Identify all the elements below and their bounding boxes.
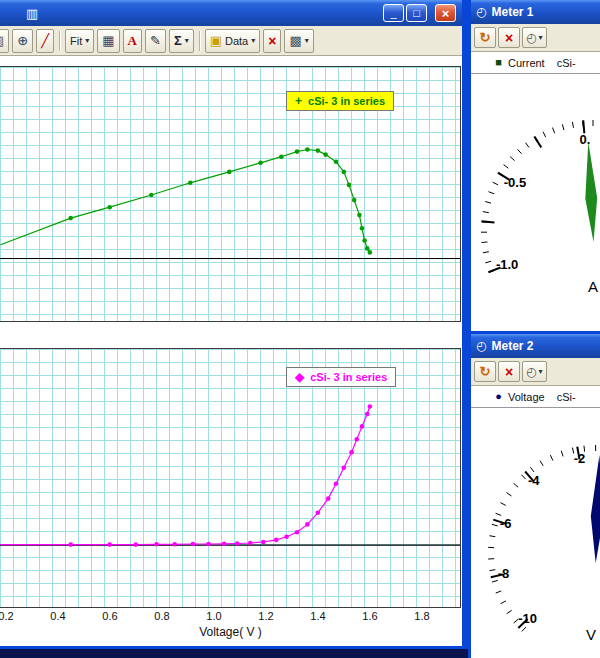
svg-text:-1.0: -1.0 [496, 257, 518, 272]
legend-label: cSi- 3 in series [310, 371, 387, 383]
meter2-gauge: -2-4-6-8-10V [471, 408, 600, 658]
meter2-title: Meter 2 [491, 339, 533, 353]
bottom-chart-canvas[interactable] [0, 349, 460, 607]
chevron-down-icon: ▾ [85, 36, 89, 45]
window-icon: ▥ [26, 7, 38, 20]
display-type-button[interactable]: ◴ ▾ [522, 27, 547, 48]
minimize-button[interactable]: _ [383, 4, 404, 22]
bottom-plot-panel[interactable]: ◆ cSi- 3 in series [0, 348, 461, 608]
meter-icon: ◴ [476, 340, 486, 352]
slope-tool-button[interactable]: ╱ [36, 29, 54, 53]
svg-text:-8: -8 [498, 566, 510, 581]
text-annotation-button[interactable]: A [123, 29, 142, 53]
smart-cursor-icon: ⊕ [17, 34, 28, 47]
rotate-icon: ↻ [480, 31, 491, 44]
fit-label: Fit [70, 35, 82, 47]
svg-text:-0.5: -0.5 [504, 175, 526, 190]
series-name: Current [508, 57, 545, 69]
text-tool-icon: A [128, 34, 137, 47]
x-tick: 0.4 [43, 610, 73, 622]
x-axis-ticks: 0.2 0.4 0.6 0.8 1.0 1.2 1.4 1.6 1.8 [0, 610, 461, 623]
svg-text:-10: -10 [518, 611, 537, 626]
delete-button[interactable]: × [498, 361, 520, 382]
maximize-button[interactable]: □ [406, 4, 427, 22]
statistics-menu-button[interactable]: Σ ▾ [169, 29, 194, 53]
rotate-display-button[interactable]: ↻ [474, 27, 496, 48]
meter1-dial: 0.-0.5-1.0A [471, 74, 600, 331]
x-axis-title: Voltage( V ) [0, 625, 461, 639]
x-tick: 1.6 [355, 610, 385, 622]
calculator-button[interactable]: ▦ [97, 29, 119, 53]
meter-icon: ◴ [476, 6, 486, 18]
x-tick: 1.2 [251, 610, 281, 622]
svg-text:0.: 0. [580, 132, 591, 147]
svg-text:A: A [588, 278, 598, 295]
svg-text:-4: -4 [528, 473, 540, 488]
series-marker-icon: ● [495, 391, 502, 402]
graph-window: ▥ _ □ × ▨ ⊕ ╱ Fit ▾ ▦ A ✎ Σ ▾ [0, 0, 468, 649]
delete-icon: × [505, 365, 513, 379]
data-icon: ▣ [210, 34, 222, 47]
meter2-titlebar[interactable]: ◴ Meter 2 [471, 334, 600, 358]
chevron-down-icon: ▾ [251, 36, 255, 45]
x-tick: 0.2 [0, 610, 21, 622]
gauge-icon: ◴ [526, 366, 536, 378]
zoom-select-icon: ▨ [0, 34, 4, 47]
chevron-down-icon: ▾ [538, 367, 542, 376]
graph-settings-button[interactable]: ▩ ▾ [284, 29, 313, 53]
data-source-label: cSi- [557, 391, 576, 403]
series-name: Voltage [508, 391, 545, 403]
top-plot-panel[interactable]: + cSi- 3 in series [0, 66, 461, 322]
x-tick: 1.4 [303, 610, 333, 622]
fit-menu-button[interactable]: Fit ▾ [65, 29, 94, 53]
meter1-titlebar[interactable]: ◴ Meter 1 [471, 0, 600, 24]
chevron-down-icon: ▾ [538, 33, 542, 42]
x-tick: 0.6 [95, 610, 125, 622]
x-tick: 1.8 [407, 610, 437, 622]
legend-top[interactable]: + cSi- 3 in series [286, 91, 394, 111]
chevron-down-icon: ▾ [305, 36, 309, 45]
display-type-button[interactable]: ◴ ▾ [522, 361, 547, 382]
legend-bottom[interactable]: ◆ cSi- 3 in series [286, 367, 396, 387]
rotate-display-button[interactable]: ↻ [474, 361, 496, 382]
sigma-icon: Σ [174, 34, 182, 47]
close-button[interactable]: × [435, 4, 456, 22]
toolbar-separator [59, 31, 60, 51]
pencil-icon: ✎ [150, 34, 161, 47]
delete-icon: × [268, 34, 276, 48]
rotate-icon: ↻ [480, 365, 491, 378]
diamond-marker-icon: ◆ [295, 370, 304, 384]
delete-button[interactable]: × [263, 29, 281, 53]
meter2-window: ◴ Meter 2 ↻ × ◴ ▾ ● Voltage cSi- -2-4-6-… [468, 334, 600, 658]
svg-text:-2: -2 [574, 451, 586, 466]
meter1-toolbar: ↻ × ◴ ▾ [471, 24, 600, 52]
toolbar-separator [199, 31, 200, 51]
delete-icon: × [505, 31, 513, 45]
delete-button[interactable]: × [498, 27, 520, 48]
meter2-dial: -2-4-6-8-10V [471, 408, 600, 658]
meter1-gauge: 0.-0.5-1.0A [471, 74, 600, 331]
window-bottom-edge [0, 649, 468, 658]
series-marker-icon: ■ [495, 57, 502, 68]
meter1-title: Meter 1 [491, 5, 533, 19]
data-label: Data [225, 35, 248, 47]
meter2-legend[interactable]: ● Voltage cSi- [471, 386, 600, 408]
zoom-select-button[interactable]: ▨ [0, 29, 9, 53]
meter2-toolbar: ↻ × ◴ ▾ [471, 358, 600, 386]
calculator-icon: ▦ [102, 34, 114, 47]
meter1-window: ◴ Meter 1 ↻ × ◴ ▾ ■ Current cSi- 0.-0.5-… [468, 0, 600, 334]
slope-icon: ╱ [41, 34, 49, 47]
graph-window-titlebar[interactable]: ▥ _ □ × [0, 0, 462, 26]
legend-label: cSi- 3 in series [308, 95, 385, 107]
prediction-tool-button[interactable]: ✎ [145, 29, 166, 53]
data-menu-button[interactable]: ▣ Data ▾ [205, 29, 261, 53]
smart-tool-button[interactable]: ⊕ [12, 29, 33, 53]
x-tick: 1.0 [199, 610, 229, 622]
gauge-icon: ◴ [526, 32, 536, 44]
plot-area: + cSi- 3 in series ◆ cSi- 3 in series 0.… [0, 56, 462, 646]
x-tick: 0.8 [147, 610, 177, 622]
data-source-label: cSi- [557, 57, 576, 69]
meter1-legend[interactable]: ■ Current cSi- [471, 52, 600, 74]
plus-marker-icon: + [295, 94, 302, 108]
chevron-down-icon: ▾ [185, 36, 189, 45]
